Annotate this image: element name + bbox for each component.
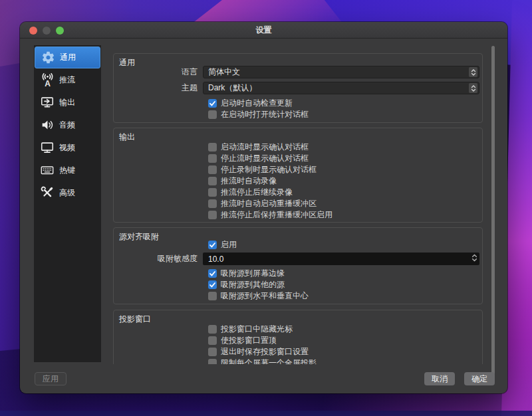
checkbox-label: 推流停止后保持重播缓冲区启用 bbox=[221, 209, 332, 221]
checkbox[interactable] bbox=[208, 280, 217, 289]
checkbox-row[interactable]: 退出时保存投影窗口设置 bbox=[208, 348, 482, 356]
checkbox[interactable] bbox=[208, 348, 217, 356]
checkbox-row[interactable]: 吸附源到屏幕边缘 bbox=[208, 269, 482, 278]
checkbox[interactable] bbox=[208, 188, 217, 197]
monitor-arrow-icon bbox=[38, 94, 57, 110]
vertical-scrollbar[interactable] bbox=[491, 46, 495, 378]
sidebar-item-stream[interactable]: A 推流 bbox=[34, 68, 101, 91]
language-label: 语言 bbox=[114, 66, 203, 78]
section-projector: 投影窗口 投影窗口中隐藏光标 使投影窗口置顶 退出时保存投影窗口设置 限制每个屏… bbox=[113, 310, 483, 364]
section-general: 通用 语言 简体中文 主题 Dark（默认） bbox=[113, 53, 483, 123]
checkbox[interactable] bbox=[208, 211, 217, 219]
sidebar-item-label: 输出 bbox=[59, 97, 75, 108]
checkbox[interactable] bbox=[208, 99, 217, 108]
gear-icon bbox=[39, 50, 57, 66]
sidebar-item-label: 通用 bbox=[60, 52, 76, 63]
sidebar-item-output[interactable]: 输出 bbox=[34, 91, 101, 114]
checkbox-row[interactable]: 停止录制时显示确认对话框 bbox=[208, 165, 482, 174]
section-snapping: 源对齐吸附 启用 吸附敏感度 10.0 吸附源到屏幕边缘 bbox=[113, 227, 483, 304]
checkbox[interactable] bbox=[208, 177, 217, 185]
checkbox[interactable] bbox=[208, 336, 217, 345]
language-select[interactable]: 简体中文 bbox=[203, 66, 479, 78]
stepper-arrows-icon[interactable] bbox=[471, 253, 477, 265]
checkbox[interactable] bbox=[208, 199, 217, 208]
sidebar-item-audio[interactable]: 音频 bbox=[34, 114, 101, 136]
checkbox-label: 停止流时显示确认对话框 bbox=[221, 153, 309, 164]
titlebar[interactable]: 设置 bbox=[20, 22, 507, 39]
broadcast-antenna-icon: A bbox=[38, 72, 57, 88]
wallpaper-shape bbox=[0, 411, 532, 416]
section-output: 输出 启动流时显示确认对话框 停止流时显示确认对话框 停止录制时显示确认对话框 … bbox=[113, 128, 483, 223]
settings-content: 通用 语言 简体中文 主题 Dark（默认） bbox=[110, 39, 489, 364]
settings-sidebar: 通用 A 推流 输出 bbox=[34, 45, 101, 362]
checkbox[interactable] bbox=[208, 269, 217, 278]
section-title: 通用 bbox=[114, 54, 482, 64]
sidebar-item-advanced[interactable]: 高级 bbox=[34, 181, 101, 204]
checkbox-label: 停止录制时显示确认对话框 bbox=[221, 164, 317, 175]
checkbox-row[interactable]: 停止流时显示确认对话框 bbox=[208, 154, 482, 163]
checkbox-row[interactable]: 吸附源到水平和垂直中心 bbox=[208, 292, 482, 300]
sidebar-item-general[interactable]: 通用 bbox=[35, 47, 100, 68]
keyboard-icon bbox=[38, 162, 57, 178]
section-title: 输出 bbox=[114, 128, 482, 139]
checkbox-label: 吸附源到水平和垂直中心 bbox=[221, 290, 309, 302]
checkbox-label: 推流停止后继续录像 bbox=[221, 187, 293, 198]
section-title: 投影窗口 bbox=[114, 310, 482, 321]
checkbox-label: 启动时自动检查更新 bbox=[221, 98, 293, 109]
checkbox-label: 推流时自动启动重播缓冲区 bbox=[221, 198, 317, 209]
sensitivity-input[interactable]: 10.0 bbox=[203, 253, 479, 265]
minimize-window-button bbox=[43, 27, 51, 35]
checkbox-label: 启动流时显示确认对话框 bbox=[221, 142, 309, 153]
checkbox-row[interactable]: 推流停止后保持重播缓冲区启用 bbox=[208, 211, 482, 219]
stepper-arrows-icon[interactable] bbox=[469, 83, 477, 93]
close-window-button[interactable] bbox=[29, 27, 37, 35]
checkbox[interactable] bbox=[208, 110, 217, 119]
sensitivity-label: 吸附敏感度 bbox=[114, 253, 203, 264]
checkbox-row[interactable]: 使投影窗口置顶 bbox=[208, 336, 482, 345]
sidebar-item-hotkeys[interactable]: 热键 bbox=[34, 159, 101, 181]
sidebar-item-video[interactable]: 视频 bbox=[34, 136, 101, 159]
sidebar-item-label: 音频 bbox=[59, 120, 75, 131]
checkbox-row[interactable]: 启用 bbox=[208, 241, 482, 249]
theme-value: Dark（默认） bbox=[208, 82, 469, 94]
checkbox[interactable] bbox=[208, 241, 217, 249]
sidebar-item-label: 热键 bbox=[59, 165, 75, 176]
checkbox[interactable] bbox=[208, 325, 217, 334]
checkbox-label: 启用 bbox=[221, 239, 237, 251]
checkbox[interactable] bbox=[208, 154, 217, 163]
checkbox-row[interactable]: 推流时自动启动重播缓冲区 bbox=[208, 199, 482, 208]
checkbox-label: 退出时保存投影窗口设置 bbox=[221, 346, 309, 358]
sidebar-item-label: 视频 bbox=[59, 142, 75, 154]
checkbox-label: 吸附源到其他的源 bbox=[221, 279, 285, 290]
sensitivity-value: 10.0 bbox=[208, 255, 471, 264]
checkbox-label: 推流时自动录像 bbox=[221, 175, 277, 187]
monitor-icon bbox=[38, 140, 57, 156]
checkbox-row[interactable]: 启动时自动检查更新 bbox=[208, 99, 482, 108]
checkbox-row[interactable]: 吸附源到其他的源 bbox=[208, 280, 482, 289]
apply-button[interactable]: 应用 bbox=[35, 372, 66, 385]
sidebar-item-label: 推流 bbox=[59, 74, 75, 86]
checkbox-row[interactable]: 启动流时显示确认对话框 bbox=[208, 143, 482, 152]
checkbox-row[interactable]: 在启动时打开统计对话框 bbox=[208, 110, 482, 119]
window-title: 设置 bbox=[256, 25, 272, 36]
sidebar-item-label: 高级 bbox=[59, 187, 75, 199]
svg-text:A: A bbox=[45, 78, 51, 87]
settings-window: 设置 通用 A 推流 bbox=[20, 22, 507, 393]
cancel-button[interactable]: 取消 bbox=[424, 372, 455, 385]
checkbox-row[interactable]: 推流时自动录像 bbox=[208, 177, 482, 185]
stepper-arrows-icon[interactable] bbox=[469, 67, 477, 77]
tools-icon bbox=[38, 185, 57, 201]
zoom-window-button[interactable] bbox=[56, 27, 64, 35]
theme-select[interactable]: Dark（默认） bbox=[203, 82, 479, 94]
checkbox[interactable] bbox=[208, 359, 217, 364]
language-value: 简体中文 bbox=[208, 66, 469, 78]
checkbox-label: 投影窗口中隐藏光标 bbox=[221, 324, 293, 335]
checkbox-row[interactable]: 限制每个屏幕一个全屏投影 bbox=[208, 359, 482, 364]
checkbox-row[interactable]: 推流停止后继续录像 bbox=[208, 188, 482, 197]
checkbox[interactable] bbox=[208, 165, 217, 174]
checkbox[interactable] bbox=[208, 292, 217, 300]
checkbox-label: 吸附源到屏幕边缘 bbox=[221, 268, 285, 279]
ok-button[interactable]: 确定 bbox=[464, 372, 495, 385]
checkbox-row[interactable]: 投影窗口中隐藏光标 bbox=[208, 325, 482, 334]
checkbox[interactable] bbox=[208, 143, 217, 152]
